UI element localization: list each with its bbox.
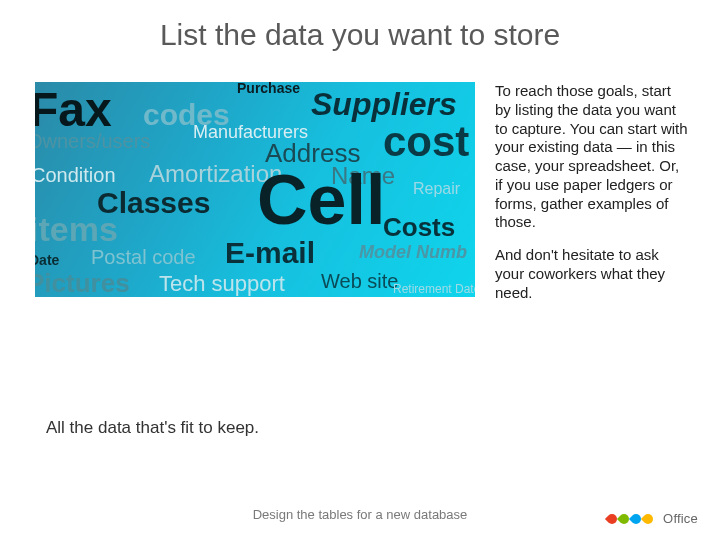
wc-repair: Repair <box>413 180 460 198</box>
wc-cost: cost <box>383 118 469 166</box>
wc-fax: Fax <box>35 82 112 137</box>
wc-retirement: Retirement Date <box>393 282 475 296</box>
logo-text: Office <box>663 511 698 526</box>
wc-items: items <box>35 210 118 249</box>
wc-website: Web site <box>321 270 398 293</box>
wordcloud-image: Fax codes Purchase Suppliers Owners/user… <box>35 82 475 297</box>
wc-postal: Postal code <box>91 246 196 269</box>
logo-petal-icon <box>641 511 655 525</box>
body-paragraph-1: To reach those goals, start by listing t… <box>495 82 690 232</box>
wc-techsupport: Tech support <box>159 271 285 297</box>
slide: List the data you want to store Fax code… <box>0 0 720 540</box>
slide-title: List the data you want to store <box>0 18 720 52</box>
image-caption: All the data that's fit to keep. <box>46 418 259 438</box>
wc-condition: Condition <box>35 164 116 187</box>
wc-purchase: Purchase <box>237 82 300 96</box>
wc-owners: Owners/users <box>35 130 150 153</box>
wc-pictures: Pictures <box>35 268 130 297</box>
wc-modelnum: Model Numb <box>359 242 467 263</box>
wc-cell: Cell <box>257 160 385 240</box>
wc-date: Date <box>35 252 59 268</box>
body-paragraph-2: And don't hesitate to ask your coworkers… <box>495 246 690 302</box>
wc-email: E-mail <box>225 236 315 270</box>
body-text-column: To reach those goals, start by listing t… <box>495 82 690 316</box>
office-logo: Office <box>607 511 698 526</box>
wc-costs: Costs <box>383 212 455 243</box>
